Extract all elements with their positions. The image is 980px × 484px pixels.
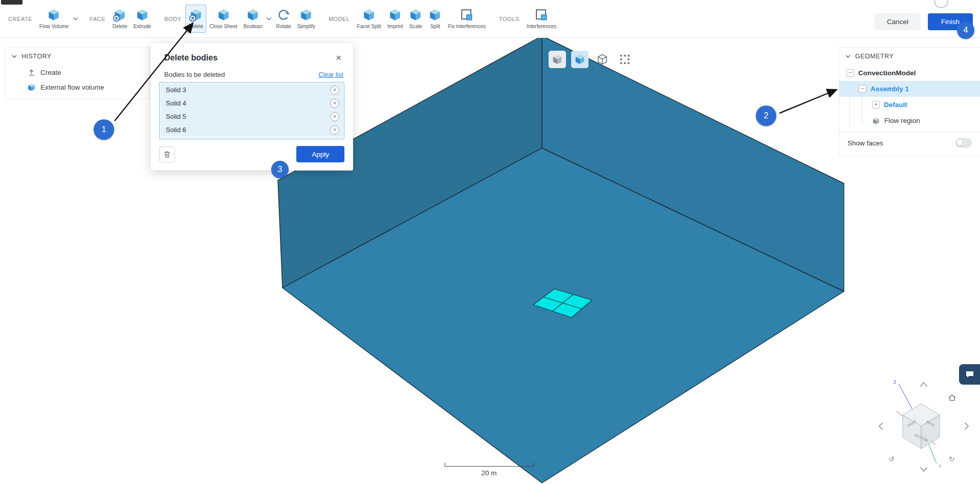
- boolean-tool[interactable]: Boolean: [241, 5, 266, 33]
- rotate-left-chevron[interactable]: [879, 423, 882, 429]
- shaded-edges-view-button[interactable]: [571, 51, 589, 68]
- rotate-ccw-icon[interactable]: ↺: [888, 455, 895, 463]
- step-badge-2: 2: [756, 106, 776, 126]
- cancel-button[interactable]: Cancel: [875, 13, 921, 30]
- flow-region-cube-icon: [872, 117, 880, 125]
- delete-bodies-dialog: Delete bodies × Bodies to be deleted Cle…: [150, 43, 353, 171]
- toolbar-group-face: FACE Delete Extrude: [85, 5, 154, 33]
- shaded-cube-icon: [552, 54, 563, 65]
- body-item-label: Solid 3: [166, 86, 186, 94]
- tree-item-flow-region-label: Flow region: [884, 117, 920, 124]
- body-list-item[interactable]: Solid 5 ×: [161, 110, 343, 123]
- body-delete-label: Delete: [188, 24, 203, 29]
- boolean-dropdown-icon[interactable]: [266, 17, 272, 20]
- extrude-tool[interactable]: Extrude: [130, 5, 154, 33]
- geometry-title: GEOMETRY: [855, 53, 894, 60]
- dialog-title: Delete bodies: [164, 53, 217, 62]
- history-item-create[interactable]: Create: [6, 65, 149, 80]
- facet-split-label: Facet Split: [357, 24, 381, 29]
- remove-body-button[interactable]: ×: [330, 112, 339, 121]
- rotate-right-chevron[interactable]: [965, 423, 968, 429]
- geometry-header[interactable]: GEOMETRY: [839, 48, 980, 65]
- body-list-item[interactable]: Solid 6 ×: [161, 123, 343, 136]
- split-tool[interactable]: Split: [425, 5, 445, 33]
- shaded-view-button[interactable]: [549, 51, 566, 68]
- upload-icon: [27, 68, 36, 77]
- toggle-knob: [957, 140, 963, 145]
- close-sheet-tool[interactable]: Close Sheet: [206, 5, 240, 33]
- imprint-tool[interactable]: Imprint: [384, 5, 406, 33]
- y-axis-label: Y: [939, 464, 942, 469]
- apply-button[interactable]: Apply: [296, 146, 344, 162]
- remove-body-button[interactable]: ×: [330, 125, 339, 135]
- cad-edit-mode-screen: 20 m RIGHT BACK BOTTOM Z Y ↺ ↻ CREATE: [0, 0, 980, 484]
- trash-icon: [163, 150, 171, 159]
- group-label-body: BODY: [164, 16, 181, 22]
- flow-volume-dropdown-icon[interactable]: [73, 17, 78, 20]
- tree-item-flow-region[interactable]: Flow region: [839, 113, 980, 129]
- rotate-up-chevron[interactable]: [921, 383, 927, 386]
- imprint-label: Imprint: [387, 24, 403, 29]
- clear-list-link[interactable]: Clear list: [318, 71, 343, 78]
- step-badge-3: 3: [271, 161, 289, 178]
- tree-item-assembly-1[interactable]: − Assembly 1: [839, 81, 980, 97]
- facet-split-tool[interactable]: Facet Split: [354, 5, 384, 33]
- toolbar-group-create: CREATE Flow Volume: [4, 5, 79, 33]
- dialog-footer: Apply: [151, 139, 353, 170]
- fix-interferences-label: Fix interferences: [448, 24, 486, 29]
- shaded-edges-cube-icon: [574, 54, 585, 65]
- rotate-cw-icon[interactable]: ↻: [949, 455, 955, 463]
- expand-expander-icon[interactable]: +: [872, 101, 880, 109]
- toolbar-group-model: MODEL Facet Split Imprint Scale Split Fi…: [324, 5, 489, 33]
- history-header[interactable]: HISTORY: [6, 48, 149, 65]
- tree-item-default[interactable]: + Default: [839, 97, 980, 113]
- extrude-label: Extrude: [134, 24, 151, 29]
- dialog-close-button[interactable]: ×: [334, 52, 343, 64]
- cad-mode-toolbar: CREATE Flow Volume FACE Delete Extrude B…: [0, 0, 980, 38]
- history-item-create-label: Create: [40, 69, 61, 76]
- face-delete-tool[interactable]: Delete: [110, 5, 130, 33]
- body-delete-cube-icon: [189, 8, 203, 22]
- rotate-down-chevron[interactable]: [921, 468, 927, 471]
- history-collapse-chevron-icon[interactable]: [12, 55, 17, 58]
- wireframe-cube-icon: [597, 54, 608, 65]
- flow-volume-tool[interactable]: Flow Volume: [36, 5, 72, 33]
- simplify-label: Simplify: [297, 24, 315, 29]
- history-item-external-flow-volume[interactable]: External flow volume: [6, 80, 149, 95]
- flow-volume-box[interactable]: [278, 36, 844, 483]
- toolbar-group-tools: TOOLS Interferences: [495, 5, 559, 33]
- fix-interferences-tool[interactable]: Fix interferences: [445, 5, 489, 33]
- rotate-tool[interactable]: Rotate: [273, 5, 294, 33]
- vertices-view-button[interactable]: [616, 51, 634, 68]
- support-chat-button[interactable]: [959, 364, 980, 385]
- remove-body-button[interactable]: ×: [330, 86, 339, 95]
- body-list-item[interactable]: Solid 3 ×: [161, 83, 343, 96]
- facet-split-cube-icon: [362, 8, 376, 22]
- rotate-arrow-icon: [277, 8, 290, 22]
- simplify-cube-icon: [299, 8, 313, 22]
- simplify-tool[interactable]: Simplify: [294, 5, 318, 33]
- remove-body-button[interactable]: ×: [330, 99, 339, 108]
- collapse-expander-icon[interactable]: −: [859, 85, 866, 93]
- body-list-item[interactable]: Solid 4 ×: [161, 97, 343, 110]
- main-menu-stub[interactable]: [1, 0, 23, 5]
- home-view-icon[interactable]: [949, 395, 955, 401]
- interferences-label: Interferences: [527, 24, 556, 29]
- geometry-collapse-chevron-icon[interactable]: [845, 55, 851, 58]
- scale-tool[interactable]: Scale: [406, 5, 425, 33]
- scale-cube-icon: [409, 8, 422, 22]
- boolean-label: Boolean: [244, 24, 263, 29]
- toolbar-group-body: BODY Delete Close Sheet Boolean Rotate S…: [160, 5, 318, 33]
- view-orientation-gizmo: RIGHT BACK BOTTOM Z Y ↺ ↻: [870, 377, 980, 482]
- interferences-tool[interactable]: Interferences: [524, 5, 559, 33]
- split-label: Split: [430, 24, 440, 29]
- imprint-cube-icon: [388, 8, 402, 22]
- tree-item-convectionmodel[interactable]: − ConvectionModel: [839, 65, 980, 81]
- delete-list-button[interactable]: [159, 146, 175, 162]
- render-mode-toolbar: [547, 49, 635, 70]
- wireframe-view-button[interactable]: [594, 51, 611, 68]
- show-faces-toggle[interactable]: [955, 138, 972, 148]
- body-delete-tool[interactable]: Delete: [185, 5, 206, 33]
- bodies-list: Solid 3 × Solid 4 × Solid 5 × Solid 6 ×: [159, 82, 344, 139]
- collapse-expander-icon[interactable]: −: [846, 69, 854, 77]
